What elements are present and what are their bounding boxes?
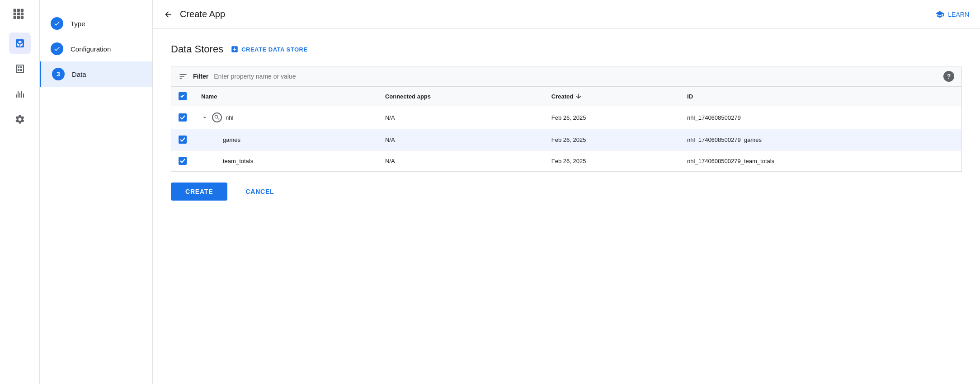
row-name: team_totals	[223, 158, 253, 164]
svg-rect-5	[20, 13, 23, 15]
col-connected-apps-label: Connected apps	[385, 93, 431, 100]
row-checkbox-cell	[171, 106, 194, 129]
row-created: Feb 26, 2025	[544, 129, 680, 150]
nav-item-type[interactable]: Type	[40, 11, 152, 36]
table-row: games N/A Feb 26, 2025 nhl_1740608500279…	[171, 129, 962, 150]
col-id-label: ID	[687, 93, 693, 100]
col-created-label: Created	[551, 93, 573, 100]
row-checkbox-cell	[171, 150, 194, 172]
row-created: Feb 26, 2025	[544, 150, 680, 172]
content-area: Data Stores CREATE DATA STORE Filter ?	[153, 29, 980, 384]
row-connected-apps: N/A	[378, 129, 544, 150]
nav-label-configuration: Configuration	[71, 45, 111, 53]
icon-bar	[0, 0, 40, 384]
col-header-connected-apps: Connected apps	[378, 87, 544, 106]
filter-icon	[179, 72, 188, 81]
section-title: Data Stores	[171, 43, 223, 55]
svg-rect-1	[17, 9, 19, 12]
page-title: Create App	[180, 9, 225, 19]
filter-label: Filter	[193, 73, 208, 80]
step-data-number: 3	[52, 68, 65, 80]
create-button[interactable]: CREATE	[171, 183, 227, 201]
row-checkbox[interactable]	[179, 157, 187, 165]
col-header-id: ID	[680, 87, 961, 106]
expand-icon[interactable]	[201, 114, 208, 121]
learn-button[interactable]: LEARN	[935, 10, 969, 19]
col-name-label: Name	[201, 93, 217, 100]
nav-icon-blocks[interactable]	[9, 33, 31, 54]
table-row: team_totals N/A Feb 26, 2025 nhl_1740608…	[171, 150, 962, 172]
col-header-checkbox	[171, 87, 194, 106]
nav-label-type: Type	[71, 20, 85, 28]
row-created: Feb 26, 2025	[544, 106, 680, 129]
bottom-actions: CREATE CANCEL	[171, 172, 962, 201]
nav-label-data: Data	[72, 70, 86, 78]
nav-icon-chart[interactable]	[9, 83, 31, 105]
row-name-cell: team_totals	[194, 150, 378, 172]
step-type-check	[51, 17, 63, 30]
help-icon[interactable]: ?	[943, 71, 954, 82]
svg-rect-4	[17, 13, 19, 15]
nav-icon-settings[interactable]	[9, 108, 31, 130]
section-header: Data Stores CREATE DATA STORE	[171, 43, 962, 55]
filter-input[interactable]	[214, 73, 938, 80]
select-all-checkbox[interactable]	[179, 92, 187, 100]
svg-rect-6	[13, 16, 16, 19]
row-connected-apps: N/A	[378, 150, 544, 172]
nav-icon-table[interactable]	[9, 58, 31, 80]
create-data-store-button[interactable]: CREATE DATA STORE	[231, 45, 307, 53]
row-name-cell: games	[194, 129, 378, 150]
top-header: Create App LEARN	[153, 0, 980, 29]
svg-rect-7	[17, 16, 19, 19]
svg-rect-3	[13, 13, 16, 15]
col-header-created[interactable]: Created	[544, 87, 680, 106]
row-id: nhl_1740608500279	[680, 106, 961, 129]
back-button[interactable]	[164, 10, 173, 19]
app-logo[interactable]	[10, 5, 30, 25]
nav-item-data[interactable]: 3 Data	[40, 61, 152, 87]
col-header-name: Name	[194, 87, 378, 106]
row-id: nhl_1740608500279_team_totals	[680, 150, 961, 172]
datastore-icon	[212, 112, 222, 122]
row-checkbox[interactable]	[179, 113, 187, 122]
svg-rect-8	[20, 16, 23, 19]
create-data-store-label: CREATE DATA STORE	[241, 46, 307, 53]
table-row: nhl N/A Feb 26, 2025 nhl_1740608500279	[171, 106, 962, 129]
step-config-check	[51, 42, 63, 55]
row-name: nhl	[226, 114, 233, 121]
row-checkbox[interactable]	[179, 136, 187, 144]
row-connected-apps: N/A	[378, 106, 544, 129]
row-name-cell: nhl	[194, 106, 378, 129]
svg-rect-2	[20, 9, 23, 12]
row-id: nhl_1740608500279_games	[680, 129, 961, 150]
row-name: games	[223, 136, 240, 143]
filter-bar: Filter ?	[171, 66, 962, 87]
nav-item-configuration[interactable]: Configuration	[40, 36, 152, 61]
cancel-button[interactable]: CANCEL	[235, 183, 285, 201]
main-content: Create App LEARN Data Stores CREATE DATA…	[153, 0, 980, 384]
svg-rect-0	[13, 9, 16, 12]
learn-label: LEARN	[948, 11, 969, 18]
data-table: Name Connected apps Created ID	[171, 87, 962, 172]
row-checkbox-cell	[171, 129, 194, 150]
left-nav: Type Configuration 3 Data	[40, 0, 153, 384]
